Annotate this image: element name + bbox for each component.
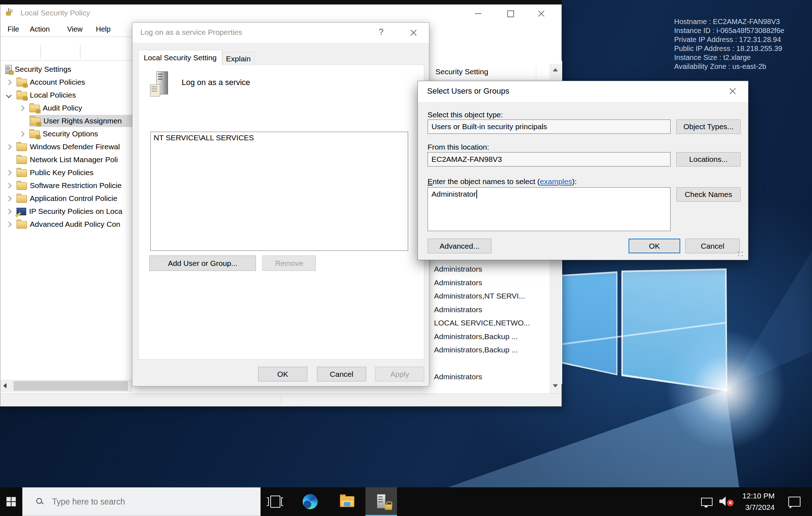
tree-item-windows-defender-firewall[interactable]: Windows Defender Firewal [0, 140, 132, 153]
scroll-up-icon[interactable] [553, 68, 558, 71]
expand-chevron-icon[interactable] [6, 144, 12, 150]
tree-item-account-policies[interactable]: Account Policies [0, 76, 132, 89]
security-setting-cell[interactable]: Administrators [434, 276, 549, 289]
security-setting-cell[interactable]: Administrators,Backup ... [434, 343, 549, 356]
search-input[interactable] [51, 497, 260, 507]
maximize-button[interactable] [504, 9, 517, 18]
network-tray-icon[interactable] [698, 487, 716, 516]
volume-tray-icon[interactable] [717, 487, 734, 516]
search-icon [36, 498, 43, 505]
properties-cancel-button[interactable]: Cancel [317, 367, 366, 381]
expand-chevron-icon[interactable] [6, 79, 12, 85]
security-setting-cell[interactable]: Administrators [434, 370, 549, 383]
expand-chevron-icon[interactable] [19, 105, 25, 111]
security-setting-cell[interactable]: Administrators,NT SERVI... [434, 290, 549, 302]
main-titlebar[interactable]: Local Security Policy [0, 5, 561, 22]
menu-view[interactable]: View [67, 25, 83, 33]
tree-item-ip-security-policies[interactable]: IP Security Policies on Loca [0, 205, 132, 218]
menu-action[interactable]: Action [30, 25, 50, 33]
object-types-button[interactable]: Object Types... [676, 119, 741, 134]
local-security-policy-taskbar-button[interactable] [365, 487, 397, 516]
network-icon [701, 498, 713, 506]
folder-icon [17, 182, 27, 190]
taskbar-clock[interactable]: 12:10 PM 3/7/2024 [732, 487, 775, 516]
tree-item-user-rights-assignment[interactable]: User Rights Assignmen [0, 114, 132, 127]
menu-file[interactable]: File [8, 25, 19, 33]
tree-item-software-restriction[interactable]: Software Restriction Policie [0, 179, 132, 192]
task-view-button[interactable] [264, 487, 286, 516]
tree-item-network-list-manager[interactable]: Network List Manager Poli [0, 153, 132, 166]
scroll-down-icon[interactable] [553, 384, 558, 388]
tab-explain[interactable]: Explain [222, 52, 255, 65]
select-cancel-button[interactable]: Cancel [685, 239, 740, 253]
tree-item-audit-policy[interactable]: Audit Policy [0, 102, 132, 114]
object-type-label: Select this object type: [428, 111, 503, 119]
taskbar: 12:10 PM 3/7/2024 [0, 487, 812, 516]
object-type-field[interactable]: Users or Built-in security principals [428, 119, 671, 134]
member-item[interactable]: NT SERVICE\ALL SERVICES [154, 133, 254, 142]
examples-link[interactable]: examples [540, 177, 572, 186]
properties-apply-button[interactable]: Apply [375, 367, 424, 381]
scroll-left-icon[interactable] [3, 383, 6, 388]
start-button[interactable] [0, 487, 22, 516]
select-ok-button[interactable]: OK [629, 239, 680, 253]
tree-item-security-options[interactable]: Security Options [0, 127, 132, 140]
edge-button[interactable] [299, 487, 321, 516]
help-button[interactable]: ? [379, 27, 383, 37]
file-explorer-button[interactable] [336, 487, 358, 516]
remove-button[interactable]: Remove [262, 255, 316, 271]
instance-info-line: Hostname : EC2AMAZ-FAN98V3 [674, 17, 784, 26]
close-button[interactable] [410, 29, 417, 37]
select-dialog-titlebar[interactable]: Select Users or Groups [418, 81, 748, 102]
menu-help[interactable]: Help [96, 25, 111, 33]
expand-chevron-icon[interactable] [6, 170, 12, 175]
security-setting-cell[interactable]: Administrators [434, 303, 549, 316]
tree-item-application-control[interactable]: Application Control Policie [0, 192, 132, 205]
advanced-button[interactable]: Advanced... [428, 239, 491, 253]
tree-item-advanced-audit-policy[interactable]: Advanced Audit Policy Con [0, 218, 132, 231]
dialog-title: Select Users or Groups [427, 86, 509, 96]
tree-item-public-key-policies[interactable]: Public Key Policies [0, 166, 132, 179]
properties-titlebar[interactable]: Log on as a service Properties ? [132, 23, 429, 43]
properties-ok-button[interactable]: OK [258, 367, 307, 381]
clock-time: 12:10 PM [742, 492, 775, 500]
toolbar-separator [41, 45, 41, 58]
object-names-input[interactable]: Administrator [428, 187, 671, 231]
tab-local-security-setting[interactable]: Local Security Setting [138, 50, 222, 65]
expand-chevron-icon[interactable] [6, 183, 12, 188]
folder-icon [17, 144, 27, 151]
security-setting-cell[interactable]: Administrators [434, 263, 549, 276]
close-button[interactable] [537, 10, 545, 18]
tree-item-local-policies[interactable]: Local Policies [0, 89, 132, 102]
expand-chevron-icon[interactable] [19, 131, 25, 137]
text-caret [476, 190, 477, 198]
tree-item-security-settings[interactable]: Security Settings [0, 63, 132, 76]
security-setting-cell[interactable]: Administrators,Backup ... [434, 330, 549, 343]
column-header-security-setting[interactable]: Security Setting [430, 64, 550, 80]
add-user-or-group-button[interactable]: Add User or Group... [149, 255, 256, 271]
resize-grip[interactable] [742, 252, 743, 253]
expand-chevron-icon[interactable] [6, 208, 12, 214]
action-center-button[interactable] [785, 487, 804, 516]
column-divider[interactable] [536, 65, 536, 78]
taskbar-search-box[interactable] [22, 487, 261, 516]
collapse-chevron-icon[interactable] [6, 92, 12, 98]
security-setting-cell[interactable]: LOCAL SERVICE,NETWO... [434, 316, 549, 329]
lock-icon [385, 505, 392, 510]
check-names-button[interactable]: Check Names [676, 187, 741, 202]
policy-server-icon [150, 71, 170, 98]
location-field[interactable]: EC2AMAZ-FAN98V3 [428, 152, 671, 166]
scrollbar-thumb[interactable] [14, 381, 128, 391]
minimize-button[interactable] [472, 9, 484, 18]
tree-horizontal-scrollbar[interactable] [0, 380, 132, 392]
status-bar [0, 393, 561, 406]
action-center-icon [788, 497, 801, 507]
locations-button[interactable]: Locations... [676, 152, 741, 166]
file-explorer-icon [340, 496, 354, 507]
expand-chevron-icon[interactable] [6, 196, 12, 201]
members-listbox[interactable]: NT SERVICE\ALL SERVICES [150, 132, 408, 251]
toolbar-separator [80, 45, 80, 58]
security-setting-cell[interactable] [434, 357, 549, 370]
close-button[interactable] [729, 87, 737, 95]
expand-chevron-icon[interactable] [6, 221, 12, 227]
